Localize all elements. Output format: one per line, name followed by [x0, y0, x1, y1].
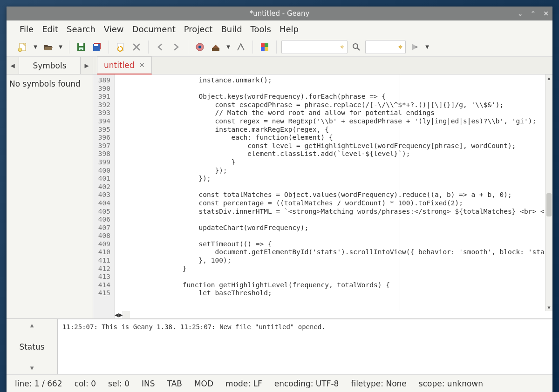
new-file-button[interactable] — [16, 40, 30, 54]
app-window: *untitled - Geany ⌄ ⌃ ✕ FileEditSearchVi… — [7, 7, 552, 392]
scroll-left-icon[interactable]: ◀ — [115, 311, 119, 318]
svg-rect-7 — [94, 44, 98, 46]
menu-view[interactable]: View — [100, 22, 128, 36]
statusbar: line: 1 / 662 col: 0 sel: 0 INS TAB MOD … — [7, 374, 552, 392]
save-button[interactable] — [74, 40, 88, 54]
save-all-button[interactable] — [90, 40, 104, 54]
status-sel: sel: 0 — [108, 379, 130, 388]
print-margin — [400, 74, 400, 311]
toolbar: ▼ ▼ ▼ — [7, 37, 552, 57]
window-title: *untitled - Geany — [250, 9, 310, 18]
toolbar-overflow-dropdown[interactable]: ▼ — [423, 44, 431, 49]
document-tab-untitled[interactable]: untitled ✕ — [97, 56, 152, 74]
scroll-right-icon[interactable]: ▶ — [119, 311, 123, 318]
sidebar-tab-symbols[interactable]: Symbols — [19, 57, 81, 74]
scroll-up-icon[interactable]: ▲ — [545, 75, 552, 81]
svg-rect-15 — [265, 47, 268, 51]
status-mod: MOD — [194, 379, 213, 388]
window-minimize-icon[interactable]: ⌄ — [518, 10, 523, 17]
nav-forward-button[interactable] — [169, 40, 183, 54]
goto-line-field[interactable]: ⌖ — [365, 40, 406, 54]
status-line: line: 1 / 662 — [15, 379, 62, 388]
build-dropdown[interactable]: ▼ — [225, 44, 232, 49]
revert-button[interactable] — [114, 40, 128, 54]
messages-tab-status[interactable]: Status — [13, 339, 51, 354]
document-tab-close-icon[interactable]: ✕ — [139, 61, 145, 69]
window-maximize-icon[interactable]: ⌃ — [531, 10, 536, 17]
menu-search[interactable]: Search — [63, 22, 99, 36]
messages-tab-next[interactable]: ▼ — [30, 365, 34, 371]
scrollbar-thumb[interactable] — [546, 193, 552, 216]
status-mode: mode: LF — [225, 379, 262, 388]
new-file-dropdown[interactable]: ▼ — [32, 44, 39, 49]
search-button[interactable] — [349, 40, 363, 54]
messages-body[interactable]: 11:25:07: This is Geany 1.38. 11:25:07: … — [58, 319, 552, 374]
window-close-icon[interactable]: ✕ — [543, 10, 549, 17]
nav-back-button[interactable] — [153, 40, 167, 54]
clear-goto-icon[interactable]: ⌖ — [398, 42, 402, 51]
document-tab-label: untitled — [104, 61, 135, 70]
svg-rect-11 — [212, 48, 219, 51]
svg-point-10 — [198, 46, 201, 48]
compile-button[interactable] — [193, 40, 207, 54]
svg-rect-3 — [79, 43, 83, 46]
svg-point-16 — [353, 44, 358, 48]
goto-line-button[interactable] — [408, 40, 422, 54]
color-chooser-button[interactable] — [258, 40, 272, 54]
menu-project[interactable]: Project — [180, 22, 217, 36]
titlebar: *untitled - Geany ⌄ ⌃ ✕ — [7, 7, 552, 20]
status-scope: scope: unknown — [419, 379, 483, 388]
build-button[interactable] — [209, 40, 223, 54]
svg-rect-12 — [261, 43, 265, 47]
search-field[interactable]: ⌖ — [281, 40, 348, 54]
sidebar-tab-prev[interactable]: ◀ — [7, 62, 19, 69]
search-input[interactable] — [285, 43, 338, 51]
goto-line-input[interactable] — [368, 43, 396, 51]
menu-file[interactable]: File — [16, 22, 37, 36]
menu-document[interactable]: Document — [129, 22, 179, 36]
svg-rect-13 — [265, 43, 268, 47]
sidebar: ◀ Symbols ▶ No symbols found — [7, 57, 93, 318]
svg-rect-14 — [261, 47, 265, 51]
status-col: col: 0 — [75, 379, 96, 388]
menu-help[interactable]: Help — [276, 22, 302, 36]
menu-edit[interactable]: Edit — [38, 22, 62, 36]
scroll-down-icon[interactable]: ▼ — [545, 305, 552, 310]
open-file-button[interactable] — [41, 40, 55, 54]
status-filetype: filetype: None — [351, 379, 406, 388]
status-encoding: encoding: UTF-8 — [274, 379, 339, 388]
svg-point-1 — [18, 48, 22, 52]
line-number-gutter: 389 390 391 392 393 394 395 396 397 398 … — [93, 74, 115, 311]
code-content[interactable]: instance.unmark(); Object.keys(wordFrequ… — [115, 74, 545, 311]
code-editor[interactable]: 389 390 391 392 393 394 395 396 397 398 … — [93, 74, 552, 311]
run-button[interactable] — [234, 40, 248, 54]
messages-panel: ▲ Status ▼ 11:25:07: This is Geany 1.38.… — [7, 318, 552, 374]
status-ins: INS — [142, 379, 155, 388]
menubar: FileEditSearchViewDocumentProjectBuildTo… — [7, 20, 552, 37]
open-file-dropdown[interactable]: ▼ — [57, 44, 64, 49]
vertical-scrollbar[interactable]: ▲ ▼ — [545, 74, 552, 311]
messages-tab-prev[interactable]: ▲ — [30, 323, 34, 328]
document-tabs: untitled ✕ — [93, 57, 552, 74]
clear-search-icon[interactable]: ⌖ — [340, 42, 344, 51]
status-tab: TAB — [167, 379, 182, 388]
menu-build[interactable]: Build — [217, 22, 245, 36]
sidebar-body: No symbols found — [7, 74, 93, 93]
sidebar-tab-next[interactable]: ▶ — [81, 62, 93, 69]
close-document-button[interactable] — [130, 40, 143, 54]
menu-tools[interactable]: Tools — [247, 22, 275, 36]
